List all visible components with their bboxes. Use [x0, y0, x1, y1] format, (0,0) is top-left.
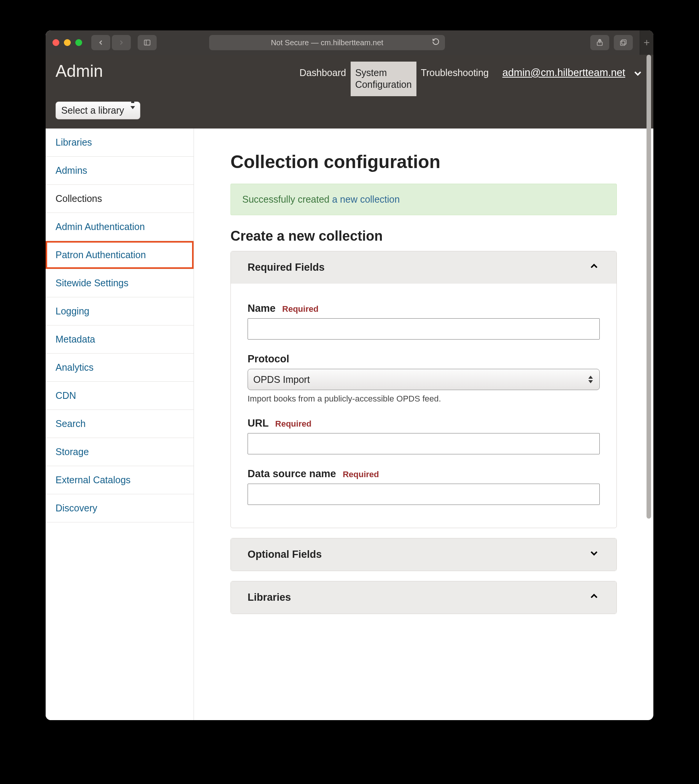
sidebar-item-metadata[interactable]: Metadata	[46, 326, 194, 354]
sidebar-item-analytics[interactable]: Analytics	[46, 354, 194, 382]
page-title: Collection configuration	[230, 151, 617, 172]
input-url[interactable]	[248, 433, 600, 454]
panel-libraries-title: Libraries	[248, 592, 291, 604]
alert-link[interactable]: a new collection	[332, 194, 400, 205]
brand-title: Admin	[56, 61, 103, 81]
chevron-up-icon	[588, 590, 600, 605]
chevron-up-icon	[588, 260, 600, 275]
scrollbar[interactable]	[646, 55, 652, 720]
minimize-window-button[interactable]	[64, 39, 71, 46]
sidebar-item-logging[interactable]: Logging	[46, 297, 194, 326]
alert-text: Successfully created	[242, 194, 332, 205]
sidebar-item-admins[interactable]: Admins	[46, 157, 194, 185]
library-selector-value: Select a library	[56, 101, 140, 119]
field-data-source: Data source name Required	[248, 468, 600, 505]
field-name: Name Required	[248, 303, 600, 339]
new-tab-button[interactable]: +	[640, 30, 653, 55]
label-name-text: Name	[248, 303, 276, 314]
tabs-button[interactable]	[614, 35, 633, 50]
top-nav: Admin Dashboard System Configuration Tro…	[46, 55, 653, 129]
browser-forward-button[interactable]	[112, 35, 131, 50]
label-protocol: Protocol	[248, 353, 600, 365]
field-protocol: Protocol OPDS Import Import books from a…	[248, 353, 600, 404]
panel-libraries: Libraries	[230, 581, 617, 614]
svg-rect-5	[621, 41, 625, 46]
svg-rect-4	[622, 40, 626, 45]
nav-sysconf-line1: System	[355, 67, 412, 79]
library-selector[interactable]: Select a library	[56, 96, 140, 119]
main-content: Collection configuration Successfully cr…	[194, 129, 653, 721]
sidebar-item-search[interactable]: Search	[46, 410, 194, 438]
required-tag: Required	[275, 419, 311, 428]
panel-required-body: Name Required Protocol OPDS Import	[231, 284, 616, 528]
nav-dashboard[interactable]: Dashboard	[295, 61, 351, 84]
nav-sysconf-line2: Configuration	[355, 79, 412, 91]
panel-required-title: Required Fields	[248, 261, 325, 273]
label-url-text: URL	[248, 417, 268, 429]
chevron-down-icon	[588, 547, 600, 562]
sidebar-item-external-catalogs[interactable]: External Catalogs	[46, 466, 194, 494]
browser-window: Not Secure — cm.hilbertteam.net + Admin …	[46, 30, 653, 720]
panel-optional-fields: Optional Fields	[230, 538, 617, 571]
close-window-button[interactable]	[53, 39, 59, 46]
sidebar-item-libraries[interactable]: Libraries	[46, 129, 194, 157]
success-alert: Successfully created a new collection	[230, 184, 617, 215]
maximize-window-button[interactable]	[75, 39, 82, 46]
address-bar[interactable]: Not Secure — cm.hilbertteam.net	[209, 35, 445, 50]
nav-system-configuration[interactable]: System Configuration	[351, 61, 416, 96]
sidebar-item-discovery[interactable]: Discovery	[46, 494, 194, 523]
required-tag: Required	[282, 304, 318, 314]
required-tag: Required	[343, 470, 379, 479]
input-name[interactable]	[248, 318, 600, 339]
window-controls	[53, 39, 82, 46]
sidebar-item-sitewide-settings[interactable]: Sitewide Settings	[46, 269, 194, 297]
section-title: Create a new collection	[230, 228, 617, 244]
label-url: URL Required	[248, 417, 600, 429]
nav-troubleshooting[interactable]: Troubleshooting	[416, 61, 493, 84]
scrollbar-thumb[interactable]	[646, 55, 651, 519]
reload-icon[interactable]	[432, 38, 440, 48]
input-data-source[interactable]	[248, 484, 600, 505]
sidebar: Libraries Admins Collections Admin Authe…	[46, 129, 194, 721]
svg-rect-0	[144, 40, 150, 45]
user-email-link[interactable]: admin@cm.hilbertteam.net	[502, 61, 625, 79]
label-data-source: Data source name Required	[248, 468, 600, 480]
sidebar-item-admin-authentication[interactable]: Admin Authentication	[46, 213, 194, 241]
panel-optional-title: Optional Fields	[248, 549, 322, 561]
sidebar-toggle-button[interactable]	[137, 35, 157, 50]
panel-optional-header[interactable]: Optional Fields	[231, 538, 616, 571]
sidebar-item-cdn[interactable]: CDN	[46, 382, 194, 410]
label-name: Name Required	[248, 303, 600, 314]
nav-items: Dashboard System Configuration Troublesh…	[295, 61, 493, 96]
panel-libraries-header[interactable]: Libraries	[231, 581, 616, 614]
sidebar-item-patron-authentication[interactable]: Patron Authentication	[46, 241, 194, 269]
sidebar-item-collections[interactable]: Collections	[46, 185, 194, 213]
select-protocol[interactable]: OPDS Import	[248, 369, 600, 390]
field-url: URL Required	[248, 417, 600, 454]
share-button[interactable]	[590, 35, 609, 50]
browser-back-button[interactable]	[91, 35, 110, 50]
sidebar-item-storage[interactable]: Storage	[46, 438, 194, 466]
address-text: Not Secure — cm.hilbertteam.net	[271, 38, 383, 47]
panel-required-fields: Required Fields Name Required	[230, 251, 617, 528]
browser-toolbar: Not Secure — cm.hilbertteam.net +	[46, 30, 653, 55]
panel-required-header[interactable]: Required Fields	[231, 251, 616, 284]
protocol-help-text: Import books from a publicly-accessible …	[248, 394, 600, 404]
app-viewport: Admin Dashboard System Configuration Tro…	[46, 55, 653, 720]
label-data-source-text: Data source name	[248, 468, 336, 480]
select-protocol-wrap[interactable]: OPDS Import	[248, 369, 600, 390]
user-menu-caret-icon[interactable]	[632, 61, 643, 81]
